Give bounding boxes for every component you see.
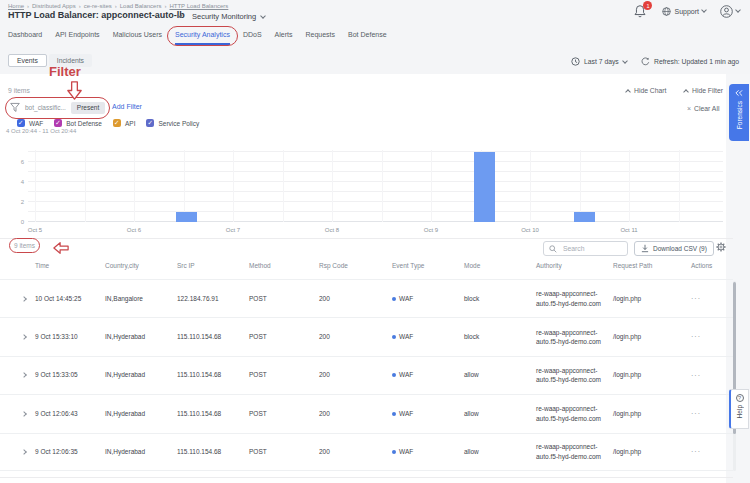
chart-gridline <box>332 150 333 222</box>
column-header[interactable]: Src IP <box>177 262 249 269</box>
notifications-button[interactable]: 1 <box>634 4 648 18</box>
table-row[interactable]: 9 Oct 12:06:43 IN,Hyderabad 115.110.154.… <box>0 394 733 432</box>
breadcrumb-item[interactable]: ce-re-sites <box>84 3 117 9</box>
annotation-down-arrow-icon <box>66 81 83 100</box>
table-row[interactable]: 9 Oct 15:33:10 IN,Hyderabad 115.110.154.… <box>0 317 733 355</box>
table-row[interactable]: 10 Oct 14:45:25 IN,Bangalore 122.184.76.… <box>0 279 733 317</box>
checkbox-check-icon[interactable] <box>17 119 25 127</box>
row-expand-icon[interactable] <box>21 334 27 340</box>
refresh-button[interactable]: Refresh: Updated 1 min ago <box>641 57 739 66</box>
checkbox-item[interactable]: API <box>113 119 135 127</box>
cell-country-city: IN,Hyderabad <box>105 447 177 457</box>
chart-bar[interactable] <box>574 212 595 222</box>
nav-tab[interactable]: API Endpoints <box>55 31 99 45</box>
column-header[interactable]: Event Type <box>392 262 464 269</box>
nav-tab[interactable]: Security Analytics <box>175 31 230 45</box>
cell-src-ip: 115.110.154.68 <box>177 370 249 380</box>
row-expand-icon[interactable] <box>21 296 27 302</box>
chart-gridline <box>28 171 723 172</box>
row-menu-button[interactable] <box>691 295 701 302</box>
search-input[interactable] <box>561 244 621 253</box>
table-settings-button[interactable] <box>716 242 726 252</box>
cell-mode: block <box>464 294 536 304</box>
hide-chart-button[interactable]: Hide Chart <box>626 87 667 94</box>
column-header[interactable]: Country,city <box>105 262 177 269</box>
table-row[interactable]: 9 Oct 12:06:35 IN,Hyderabad 115.110.154.… <box>0 433 733 471</box>
checkbox-item[interactable]: Bot Defense <box>54 119 102 127</box>
nav-tab[interactable]: Malicious Users <box>113 31 162 45</box>
column-header[interactable]: Time <box>35 262 105 269</box>
row-menu-button[interactable] <box>691 410 701 417</box>
forensics-side-tab[interactable]: Forensics <box>729 84 749 141</box>
x-axis-tick: Oct 8 <box>325 227 339 233</box>
cell-country-city: IN,Hyderabad <box>105 409 177 419</box>
row-expand-icon[interactable] <box>21 373 27 379</box>
column-header[interactable]: Actions <box>691 262 733 269</box>
row-menu-button[interactable] <box>691 448 701 455</box>
column-header[interactable]: Rsp Code <box>319 262 392 269</box>
chart-gridline <box>28 201 723 202</box>
context-select-value: Security Monitoring <box>192 12 256 21</box>
download-csv-button[interactable]: Download CSV (9) <box>634 241 714 256</box>
chart-bar[interactable] <box>474 152 495 222</box>
column-header[interactable]: Mode <box>464 262 536 269</box>
row-menu-button[interactable] <box>691 372 701 379</box>
breadcrumb-item[interactable]: Home <box>8 3 29 9</box>
chart-gridline <box>679 150 680 222</box>
checkbox-item[interactable]: WAF <box>17 119 43 127</box>
row-expand-icon[interactable] <box>21 449 27 455</box>
divider <box>0 238 733 239</box>
checkbox-check-icon[interactable] <box>146 119 154 127</box>
chart-gridline <box>233 150 234 222</box>
chart-gridline <box>35 150 36 222</box>
context-select[interactable]: Security Monitoring <box>192 12 265 21</box>
help-side-tab[interactable]: ? Help <box>729 389 749 429</box>
nav-tab[interactable]: Requests <box>305 31 335 45</box>
checkbox-check-icon[interactable] <box>113 119 121 127</box>
cell-event-type: WAF <box>392 447 464 457</box>
breadcrumb-item[interactable]: HTTP Load Balancers <box>169 3 228 9</box>
clear-all-button[interactable]: × Clear All <box>687 105 719 112</box>
x-axis-tick: Oct 6 <box>127 227 141 233</box>
table-search[interactable] <box>543 241 628 256</box>
incidents-button[interactable]: Incidents <box>49 54 92 67</box>
waf-dot-icon <box>392 297 396 301</box>
chart-gridline <box>382 150 383 222</box>
download-icon <box>641 244 649 253</box>
events-button[interactable]: Events <box>8 54 47 67</box>
cell-mode: block <box>464 332 536 342</box>
column-header[interactable]: Method <box>249 262 319 269</box>
column-header[interactable]: Request Path <box>613 262 691 269</box>
filter-operator-chip[interactable]: Present <box>71 102 105 114</box>
chart-gridline <box>28 191 723 192</box>
row-expand-icon[interactable] <box>21 411 27 417</box>
nav-tab[interactable]: DDoS <box>243 31 262 45</box>
checkbox-check-icon[interactable] <box>54 119 62 127</box>
row-menu-button[interactable] <box>691 333 701 340</box>
cell-src-ip: 115.110.154.68 <box>177 447 249 457</box>
hide-filter-button[interactable]: Hide Filter <box>684 87 723 94</box>
nav-tab[interactable]: Bot Defense <box>348 31 387 45</box>
y-axis-tick: 2 <box>12 199 24 205</box>
nav-tab[interactable]: Dashboard <box>8 31 42 45</box>
annotation-left-arrow-icon <box>53 241 69 255</box>
cell-method: POST <box>249 370 319 380</box>
checkbox-item[interactable]: Service Policy <box>146 119 199 127</box>
cell-time: 10 Oct 14:45:25 <box>35 294 105 304</box>
time-range-select[interactable]: Last 7 days <box>571 57 627 66</box>
breadcrumb-item[interactable]: Load Balancers <box>120 3 167 9</box>
nav-tab[interactable]: Alerts <box>275 31 293 45</box>
clock-icon <box>571 57 580 66</box>
gear-icon <box>716 242 726 252</box>
filter-chip[interactable]: bot_classific... Present <box>10 100 105 115</box>
add-filter-button[interactable]: Add Filter <box>112 103 142 110</box>
waf-dot-icon <box>392 450 396 454</box>
table-row[interactable]: 9 Oct 15:33:05 IN,Hyderabad 115.110.154.… <box>0 356 733 394</box>
y-axis-tick: 0 <box>12 219 24 225</box>
support-menu[interactable]: Support <box>662 7 706 16</box>
column-header[interactable]: Authority <box>536 262 613 269</box>
nav-tabs: Dashboard API Endpoints Malicious Users … <box>8 31 387 45</box>
breadcrumb-item[interactable]: Distributed Apps <box>32 3 81 9</box>
account-menu[interactable] <box>720 5 740 18</box>
chart-bar[interactable] <box>176 212 197 222</box>
